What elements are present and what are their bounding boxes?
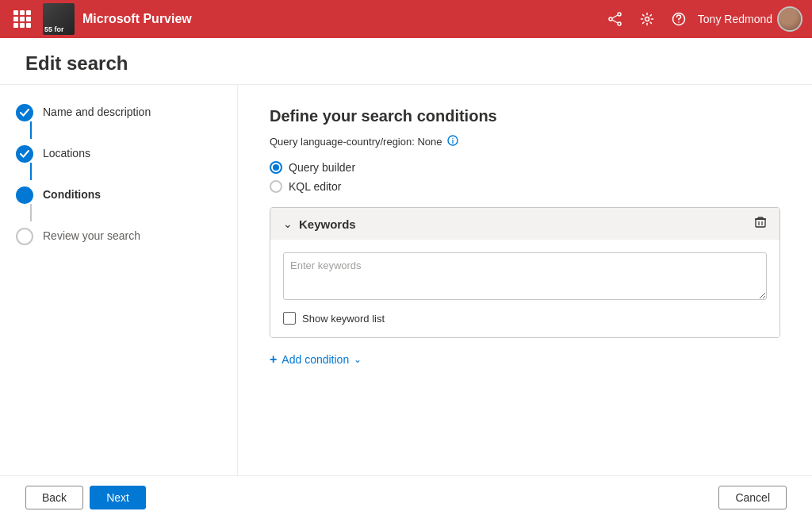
kql-editor-label: KQL editor: [289, 180, 341, 193]
page-title: Edit search: [25, 52, 787, 75]
keywords-chevron-icon[interactable]: ⌄: [283, 217, 293, 230]
svg-point-7: [678, 21, 680, 23]
cancel-button[interactable]: Cancel: [718, 486, 787, 509]
step-4-icon: [16, 228, 33, 245]
query-builder-radio-circle: [270, 161, 282, 174]
settings-icon-button[interactable]: [634, 6, 660, 32]
svg-point-0: [618, 13, 621, 16]
add-condition-button[interactable]: + Add condition ⌄: [270, 352, 780, 367]
keywords-textarea[interactable]: [283, 252, 767, 300]
wizard-sidebar: Name and description Locations Conditi: [0, 85, 238, 475]
keywords-section: ⌄ Keywords: [270, 207, 780, 338]
user-avatar: [777, 6, 802, 32]
waffle-menu-button[interactable]: [10, 6, 35, 32]
edit-query-language-icon[interactable]: i: [447, 135, 458, 148]
next-button[interactable]: Next: [90, 486, 146, 509]
step-connector-1: [30, 121, 32, 139]
main-panel: Define your search conditions Query lang…: [238, 85, 812, 475]
topnav-icon-group: Tony Redmond: [603, 6, 802, 32]
add-condition-chevron-icon: ⌄: [354, 354, 362, 365]
help-icon-button[interactable]: [666, 6, 691, 32]
step-1-label: Name and description: [43, 104, 151, 118]
keywords-header: ⌄ Keywords: [270, 208, 779, 240]
step-name-description[interactable]: Name and description: [16, 104, 221, 139]
svg-text:i: i: [451, 137, 454, 145]
top-navigation: 55 for Microsoft Purview: [0, 0, 812, 38]
step-conditions[interactable]: Conditions: [16, 186, 221, 221]
step-connector-3: [30, 204, 32, 221]
svg-point-5: [645, 17, 649, 21]
query-language-row: Query language-country/region: None i: [270, 135, 780, 148]
show-keyword-list-checkbox[interactable]: Show keyword list: [283, 312, 767, 325]
user-menu[interactable]: Tony Redmond: [698, 6, 802, 32]
svg-point-2: [609, 17, 612, 21]
step-review[interactable]: Review your search: [16, 228, 221, 245]
step-1-icon: [16, 104, 33, 121]
page-footer: Back Next Cancel: [0, 475, 812, 519]
step-2-icon: [16, 145, 33, 163]
kql-editor-radio-circle: [270, 180, 282, 193]
svg-rect-10: [756, 219, 765, 227]
svg-line-3: [612, 15, 618, 18]
query-builder-label: Query builder: [289, 161, 355, 174]
kql-editor-radio[interactable]: KQL editor: [270, 180, 780, 193]
page-header: Edit search: [0, 38, 812, 85]
share-icon-button[interactable]: [603, 6, 628, 32]
add-condition-plus-icon: +: [270, 352, 277, 367]
show-keyword-list-checkbox-box: [283, 312, 296, 325]
app-thumbnail: 55 for: [43, 3, 75, 35]
step-3-icon: [16, 186, 33, 204]
add-condition-label: Add condition: [282, 353, 349, 366]
svg-point-1: [618, 22, 621, 25]
keywords-delete-icon[interactable]: [754, 216, 767, 232]
back-button[interactable]: Back: [25, 486, 83, 509]
main-content: Edit search Name and description: [0, 38, 812, 519]
page-body: Name and description Locations Conditi: [0, 85, 812, 475]
thumbnail-text: 55 for: [44, 25, 64, 33]
query-type-radio-group: Query builder KQL editor: [270, 161, 780, 193]
user-name: Tony Redmond: [698, 13, 772, 25]
step-4-label: Review your search: [43, 228, 140, 242]
show-keyword-list-label: Show keyword list: [302, 313, 385, 325]
keywords-body: Show keyword list: [270, 240, 779, 337]
section-title: Define your search conditions: [270, 107, 780, 125]
step-2-label: Locations: [43, 145, 90, 160]
step-connector-2: [30, 163, 32, 180]
svg-line-4: [612, 20, 618, 23]
step-3-label: Conditions: [43, 186, 101, 201]
query-language-label: Query language-country/region: None: [270, 136, 442, 148]
keywords-title: Keywords: [299, 217, 356, 231]
step-locations[interactable]: Locations: [16, 145, 221, 180]
app-title: Microsoft Purview: [82, 12, 595, 26]
keywords-title-row: ⌄ Keywords: [283, 217, 356, 231]
waffle-icon: [13, 10, 31, 28]
query-builder-radio[interactable]: Query builder: [270, 161, 780, 174]
